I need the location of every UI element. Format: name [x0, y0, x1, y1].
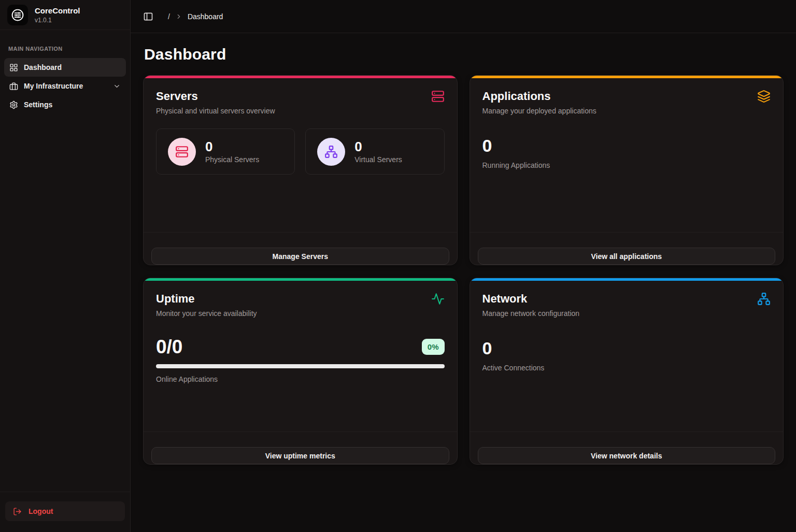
main-area: / Dashboard Dashboard Servers Physical a… — [131, 0, 796, 532]
manage-servers-button[interactable]: Manage Servers — [151, 248, 449, 265]
uptime-progress-bar — [156, 364, 445, 368]
gear-icon — [9, 100, 18, 109]
sidebar: CoreControl v1.0.1 MAIN NAVIGATION Dashb… — [0, 0, 131, 532]
sidebar-item-dashboard[interactable]: Dashboard — [4, 58, 126, 77]
physical-servers-stat: 0 Physical Servers — [156, 128, 295, 175]
app-name: CoreControl — [35, 6, 80, 16]
running-applications-count: 0 — [482, 137, 771, 154]
network-card-body: 0 Active Connections — [470, 318, 784, 432]
network-card-footer: View network details — [470, 432, 784, 464]
running-applications-label: Running Applications — [482, 161, 771, 169]
applications-card-title: Applications — [482, 90, 771, 103]
server-icon — [175, 145, 189, 159]
servers-card-footer: Manage Servers — [144, 232, 457, 265]
active-connections-label: Active Connections — [482, 364, 771, 372]
servers-card-title: Servers — [156, 90, 445, 103]
uptime-value-row: 0/0 0% — [156, 318, 445, 356]
network-card-header: Network Manage network configuration — [470, 281, 784, 318]
network-card: Network Manage network configuration 0 A… — [470, 278, 784, 465]
sidebar-toggle-button[interactable] — [143, 11, 153, 22]
logout-button[interactable]: Logout — [5, 501, 125, 521]
breadcrumb-root[interactable]: / — [168, 12, 170, 21]
network-icon — [757, 292, 771, 306]
sidebar-nav: MAIN NAVIGATION Dashboard My Infrastruct… — [0, 30, 130, 120]
sliders-icon — [11, 8, 24, 22]
briefcase-icon — [9, 82, 18, 91]
app-logo — [7, 5, 28, 25]
applications-card-footer: View all applications — [470, 232, 784, 265]
view-uptime-metrics-button[interactable]: View uptime metrics — [151, 447, 449, 464]
page-content: Dashboard Servers Physical and virtual s… — [131, 33, 796, 477]
active-connections-count: 0 — [482, 339, 771, 357]
nav-section-label: MAIN NAVIGATION — [8, 46, 122, 52]
servers-card: Servers Physical and virtual servers ove… — [143, 75, 458, 265]
network-card-title: Network — [482, 292, 771, 306]
online-applications-label: Online Applications — [156, 375, 445, 383]
uptime-count: 0/0 — [156, 337, 182, 356]
virtual-servers-icon-circle — [317, 138, 345, 166]
physical-servers-count: 0 — [205, 139, 259, 154]
chevron-down-icon — [113, 82, 121, 90]
virtual-servers-count: 0 — [354, 139, 402, 154]
servers-stats-row: 0 Physical Servers — [156, 128, 445, 175]
activity-icon — [431, 292, 445, 306]
physical-servers-text: 0 Physical Servers — [205, 139, 259, 164]
physical-servers-icon-circle — [168, 138, 196, 166]
physical-servers-label: Physical Servers — [205, 155, 259, 164]
sidebar-item-label: Dashboard — [24, 63, 62, 71]
layout-grid-icon — [9, 63, 18, 72]
virtual-servers-text: 0 Virtual Servers — [354, 139, 402, 164]
app-version: v1.0.1 — [35, 17, 80, 24]
virtual-servers-stat: 0 Virtual Servers — [305, 128, 444, 175]
applications-card-body: 0 Running Applications — [470, 115, 784, 232]
panel-left-icon — [143, 11, 153, 22]
view-network-details-button[interactable]: View network details — [478, 447, 776, 464]
logout-icon — [13, 507, 22, 516]
uptime-card-subtitle: Monitor your service availability — [156, 309, 445, 318]
uptime-card-header: Uptime Monitor your service availability — [144, 281, 457, 318]
sidebar-footer: Logout — [0, 492, 130, 532]
topbar: / Dashboard — [131, 0, 796, 33]
servers-card-subtitle: Physical and virtual servers overview — [156, 107, 445, 115]
virtual-servers-label: Virtual Servers — [354, 155, 402, 164]
view-all-applications-button[interactable]: View all applications — [478, 248, 776, 265]
applications-card: Applications Manage your deployed applic… — [470, 75, 784, 265]
sidebar-item-label: My Infrastructure — [24, 82, 83, 90]
network-icon — [324, 145, 338, 159]
servers-card-header: Servers Physical and virtual servers ove… — [144, 78, 457, 115]
servers-card-body: 0 Physical Servers — [144, 115, 457, 232]
applications-card-header: Applications Manage your deployed applic… — [470, 78, 784, 115]
sidebar-item-settings[interactable]: Settings — [4, 95, 126, 114]
server-icon — [431, 90, 445, 103]
page-title: Dashboard — [144, 46, 784, 63]
layers-icon — [757, 90, 771, 103]
applications-card-subtitle: Manage your deployed applications — [482, 107, 771, 115]
sidebar-item-label: Settings — [24, 100, 52, 109]
uptime-card-title: Uptime — [156, 292, 445, 306]
network-card-subtitle: Manage network configuration — [482, 309, 771, 318]
uptime-percent-badge: 0% — [422, 339, 445, 355]
logout-label: Logout — [29, 507, 53, 515]
uptime-card: Uptime Monitor your service availability… — [143, 278, 458, 465]
sidebar-item-my-infrastructure[interactable]: My Infrastructure — [4, 77, 126, 95]
chevron-right-icon — [175, 13, 182, 20]
sidebar-header: CoreControl v1.0.1 — [0, 0, 130, 30]
uptime-card-body: 0/0 0% Online Applications — [144, 318, 457, 432]
uptime-card-footer: View uptime metrics — [144, 432, 457, 464]
cards-grid: Servers Physical and virtual servers ove… — [143, 75, 784, 465]
app-meta: CoreControl v1.0.1 — [35, 6, 80, 24]
breadcrumb-current: Dashboard — [188, 12, 223, 21]
